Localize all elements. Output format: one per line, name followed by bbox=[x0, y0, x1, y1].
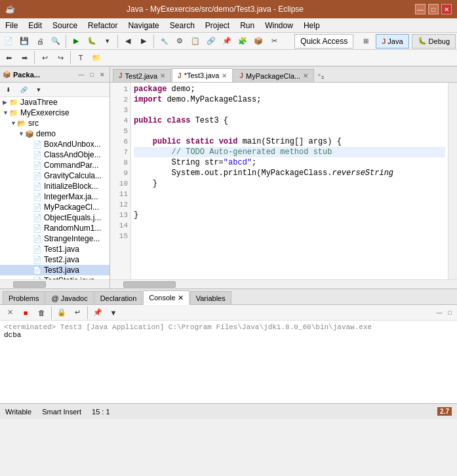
code-line[interactable] bbox=[134, 220, 445, 231]
editor-tab-0[interactable]: JTest2.java✕ bbox=[113, 69, 171, 82]
tab-close-button[interactable]: ✕ bbox=[303, 72, 308, 79]
open-console-button[interactable]: ▼ bbox=[106, 306, 121, 320]
maximize-panel-button[interactable]: □ bbox=[87, 70, 96, 79]
close-panel-button[interactable]: ✕ bbox=[98, 70, 107, 79]
code-line[interactable]: public static void main(String[] args) { bbox=[134, 136, 445, 147]
menu-window[interactable]: Window bbox=[260, 18, 298, 32]
code-line[interactable] bbox=[134, 189, 445, 199]
clear-console-button[interactable]: ✕ bbox=[3, 306, 17, 320]
toolbar-btn-f[interactable]: 🧩 bbox=[235, 34, 250, 49]
tree-item[interactable]: 📄BoxAndUnbox... bbox=[0, 139, 109, 149]
minimize-button[interactable]: — bbox=[415, 4, 426, 14]
open-resource-button[interactable]: 📁 bbox=[89, 50, 104, 65]
minimize-console-button[interactable]: — bbox=[435, 308, 444, 317]
toolbar-btn-e[interactable]: 📌 bbox=[220, 34, 234, 49]
tree-item[interactable]: ▼📁MyExexercise bbox=[0, 108, 109, 118]
code-line[interactable] bbox=[134, 126, 445, 136]
code-editor[interactable]: 123456789101112131415 package demo;impor… bbox=[110, 83, 457, 279]
tree-item[interactable]: 📄StrangeIntege... bbox=[0, 233, 109, 244]
word-wrap-button[interactable]: ↵ bbox=[70, 306, 85, 320]
toolbar-btn-a[interactable]: 🔧 bbox=[157, 34, 171, 49]
code-line[interactable] bbox=[134, 231, 445, 241]
code-line[interactable]: package demo; bbox=[134, 84, 445, 94]
menu-navigate[interactable]: Navigate bbox=[123, 18, 164, 32]
code-line[interactable]: System.out.println(MyPackageClass.revers… bbox=[134, 168, 445, 178]
open-type-button[interactable]: T bbox=[73, 50, 88, 65]
horiz-scroll-thumb[interactable] bbox=[123, 281, 176, 288]
tree-item[interactable]: 📄IntegerMax.ja... bbox=[0, 191, 109, 202]
link-editor-button[interactable]: 🔗 bbox=[16, 83, 31, 97]
view-menu-button[interactable]: ▼ bbox=[31, 83, 46, 97]
toolbar-btn-d[interactable]: 🔗 bbox=[204, 34, 218, 49]
maximize-console-button[interactable]: □ bbox=[445, 308, 454, 317]
bottom-tab-@-javadoc[interactable]: @ Javadoc bbox=[45, 291, 93, 304]
explorer-scroll-thumb[interactable] bbox=[13, 281, 46, 288]
print-button[interactable]: 🖨 bbox=[33, 34, 47, 49]
debug-perspective-button[interactable]: 🐛 Debug bbox=[412, 34, 456, 49]
run-button[interactable]: ▶ bbox=[69, 34, 83, 49]
tab-close-button[interactable]: ✕ bbox=[160, 72, 165, 79]
prev-edit-button[interactable]: ◀ bbox=[121, 34, 135, 49]
code-line[interactable]: } bbox=[134, 178, 445, 189]
console-output-area[interactable]: <terminated> Test3 [Java Application] C:… bbox=[0, 321, 457, 403]
run-history[interactable]: ▾ bbox=[100, 34, 115, 49]
scroll-lock-button[interactable]: 🔒 bbox=[54, 306, 69, 320]
fwd-button[interactable]: ➡ bbox=[17, 50, 31, 65]
tree-item[interactable]: 📄Test2.java bbox=[0, 254, 109, 265]
code-line[interactable]: } bbox=[134, 210, 445, 220]
tree-item[interactable]: 📄CommandPar... bbox=[0, 160, 109, 170]
next-edit-button[interactable]: ▶ bbox=[136, 34, 151, 49]
menu-file[interactable]: File bbox=[0, 18, 23, 32]
toolbar-btn-h[interactable]: ✂ bbox=[267, 34, 281, 49]
menu-search[interactable]: Search bbox=[165, 18, 200, 32]
toolbar-btn-b[interactable]: ⚙ bbox=[172, 34, 187, 49]
toolbar-btn-c[interactable]: 📋 bbox=[188, 34, 203, 49]
menu-help[interactable]: Help bbox=[298, 18, 325, 32]
menu-run[interactable]: Run bbox=[235, 18, 260, 32]
pin-console-button[interactable]: 📌 bbox=[90, 306, 105, 320]
editor-vertical-scrollbar[interactable] bbox=[448, 83, 457, 279]
code-line[interactable]: String str="abcd"; bbox=[134, 157, 445, 168]
redo-button[interactable]: ↪ bbox=[53, 50, 68, 65]
new-button[interactable]: 📄 bbox=[1, 34, 16, 49]
minimize-panel-button[interactable]: — bbox=[77, 70, 86, 79]
editor-horizontal-scrollbar[interactable] bbox=[110, 279, 457, 288]
code-line[interactable]: import demo.MyPackageClass; bbox=[134, 94, 445, 105]
tree-item[interactable]: ▼📦demo bbox=[0, 129, 109, 139]
tree-item[interactable]: 📄ClassAndObje... bbox=[0, 149, 109, 160]
editor-tab-1[interactable]: J*Test3.java✕ bbox=[172, 68, 233, 83]
code-content[interactable]: package demo;import demo.MyPackageClass;… bbox=[131, 83, 448, 279]
bottom-tab-console[interactable]: Console✕ bbox=[143, 290, 189, 305]
collapse-all-button[interactable]: ⬇ bbox=[1, 83, 16, 97]
debug-button[interactable]: 🐛 bbox=[85, 34, 99, 49]
menu-project[interactable]: Project bbox=[200, 18, 235, 32]
menu-source[interactable]: Source bbox=[47, 18, 83, 32]
bottom-tab-close[interactable]: ✕ bbox=[178, 294, 184, 302]
tree-item[interactable]: ▶📁JavaThree bbox=[0, 97, 109, 108]
close-button[interactable]: ✕ bbox=[441, 4, 452, 14]
tree-item[interactable]: 📄Test1.java bbox=[0, 244, 109, 254]
bottom-tab-declaration[interactable]: Declaration bbox=[94, 291, 143, 304]
perspective-toggle[interactable]: ⊞ bbox=[359, 34, 373, 49]
tree-item[interactable]: 📄GravityCalcula... bbox=[0, 170, 109, 181]
bottom-tab-variables[interactable]: Variables bbox=[190, 291, 231, 304]
remove-launch-button[interactable]: 🗑 bbox=[34, 306, 49, 320]
tree-item[interactable]: 📄Test3.java bbox=[0, 265, 109, 275]
code-line[interactable] bbox=[134, 105, 445, 115]
java-perspective-button[interactable]: J Java bbox=[376, 34, 408, 49]
bottom-tab-problems[interactable]: Problems bbox=[3, 291, 45, 304]
code-line[interactable] bbox=[134, 199, 445, 210]
terminate-button[interactable]: ■ bbox=[18, 306, 33, 320]
tree-item[interactable]: 📄MyPackageCl... bbox=[0, 202, 109, 212]
editor-tab-2[interactable]: JMyPackageCla...✕ bbox=[233, 69, 314, 82]
tab-close-button[interactable]: ✕ bbox=[222, 72, 227, 79]
menu-refactor[interactable]: Refactor bbox=[83, 18, 123, 32]
tab-overflow-button[interactable]: ⁺₂ bbox=[315, 71, 327, 82]
tree-item[interactable]: 📄InitializeBlock... bbox=[0, 181, 109, 191]
tree-item[interactable]: ▼📂src bbox=[0, 118, 109, 129]
menu-edit[interactable]: Edit bbox=[23, 18, 47, 32]
code-line[interactable]: public class Test3 { bbox=[134, 115, 445, 126]
save-button[interactable]: 💾 bbox=[17, 34, 31, 49]
maximize-button[interactable]: □ bbox=[428, 4, 439, 14]
search-button[interactable]: 🔍 bbox=[49, 34, 63, 49]
